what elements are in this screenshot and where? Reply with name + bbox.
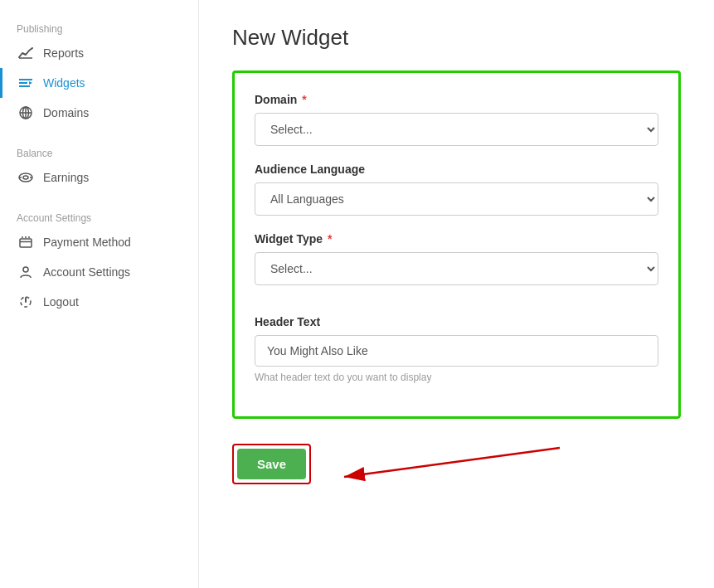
sidebar-item-widgets[interactable]: Widgets	[0, 68, 198, 98]
domain-required-marker: *	[299, 93, 306, 106]
account-settings-section-label: Account Settings	[0, 206, 198, 227]
audience-language-label: Audience Language	[255, 163, 658, 176]
save-area: Save	[232, 444, 681, 484]
save-button[interactable]: Save	[237, 449, 306, 479]
publishing-section-label: Publishing	[0, 17, 198, 38]
reports-icon	[17, 47, 35, 59]
payment-method-icon	[17, 236, 35, 249]
sidebar-item-logout[interactable]: Logout	[0, 287, 198, 317]
logout-icon	[17, 295, 35, 309]
sidebar: Publishing Reports Widgets	[0, 0, 199, 588]
svg-point-9	[23, 176, 28, 179]
sidebar-item-payment-method[interactable]: Payment Method	[0, 227, 198, 257]
domain-label: Domain *	[255, 93, 658, 106]
sidebar-item-account-settings[interactable]: Account Settings	[0, 257, 198, 287]
main-content: New Widget Domain * Select... Audience L…	[199, 0, 714, 588]
new-widget-form-card: Domain * Select... Audience Language All…	[232, 70, 681, 419]
audience-language-group: Audience Language All Languages	[255, 163, 658, 216]
widgets-label: Widgets	[43, 76, 85, 90]
account-settings-label: Account Settings	[43, 265, 130, 279]
domains-label: Domains	[43, 106, 89, 119]
earnings-icon	[17, 173, 35, 182]
save-arrow	[319, 440, 568, 489]
widget-type-group: Widget Type * Select...	[255, 232, 658, 285]
domain-select[interactable]: Select...	[255, 113, 658, 146]
domain-group: Domain * Select...	[255, 93, 658, 146]
account-settings-icon	[17, 265, 35, 279]
widget-type-required-marker: *	[324, 232, 332, 245]
svg-point-17	[23, 267, 28, 272]
audience-language-select[interactable]: All Languages	[255, 182, 658, 216]
svg-line-21	[344, 448, 560, 477]
widget-type-select[interactable]: Select...	[255, 252, 658, 285]
payment-method-label: Payment Method	[43, 236, 131, 249]
earnings-label: Earnings	[43, 171, 89, 184]
sidebar-item-reports[interactable]: Reports	[0, 38, 198, 68]
header-text-hint: What header text do you want to display	[255, 372, 658, 383]
reports-label: Reports	[43, 46, 84, 60]
svg-rect-12	[20, 239, 32, 247]
header-text-input[interactable]	[255, 335, 658, 367]
sidebar-item-domains[interactable]: Domains	[0, 98, 198, 128]
balance-section-label: Balance	[0, 141, 198, 163]
svg-marker-3	[29, 81, 32, 85]
widgets-icon	[17, 77, 35, 89]
domains-icon	[17, 106, 35, 119]
save-button-wrapper: Save	[232, 444, 311, 484]
widget-type-label: Widget Type *	[255, 232, 658, 245]
page-title: New Widget	[232, 25, 681, 51]
logout-label: Logout	[43, 295, 79, 309]
header-text-label: Header Text	[255, 315, 658, 328]
sidebar-item-earnings[interactable]: Earnings	[0, 163, 198, 192]
header-text-group: Header Text What header text do you want…	[255, 315, 658, 383]
